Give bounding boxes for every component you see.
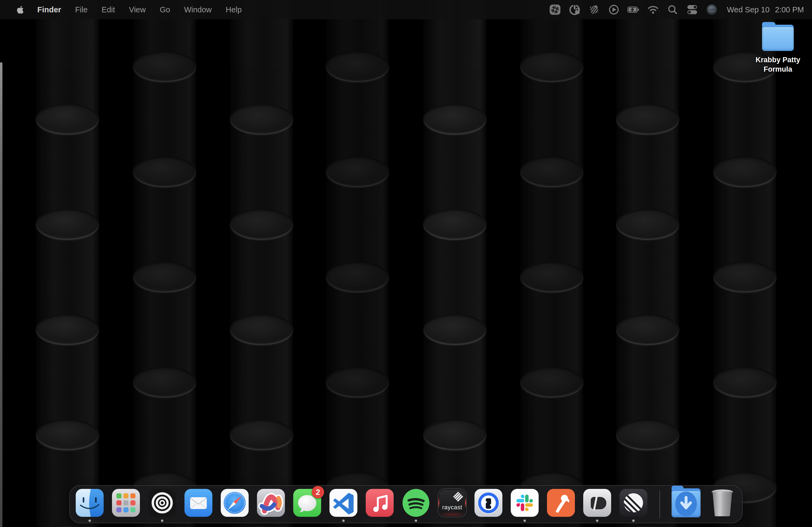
- wifi-icon[interactable]: [647, 3, 659, 16]
- dock-item-1password[interactable]: [474, 488, 503, 517]
- cylinder-cap: [520, 156, 583, 186]
- cylinder-cap: [713, 261, 776, 292]
- running-indicator-dot: [415, 520, 417, 522]
- dock-item-apple-music[interactable]: [365, 488, 394, 517]
- cylinder-cap: [36, 209, 99, 239]
- cylinder-cap: [423, 104, 486, 134]
- launchpad-icon: [112, 488, 141, 517]
- desktop-folder-krabby-patty-formula[interactable]: Krabby Patty Formula: [744, 25, 811, 74]
- running-indicator-dot: [524, 520, 526, 522]
- dock-item-downloads-folder[interactable]: [671, 488, 700, 517]
- wallpaper-edge-column: [0, 62, 2, 527]
- postman-icon: [547, 488, 576, 517]
- cylinder-cap: [520, 51, 583, 81]
- blue-folder-icon: [762, 25, 794, 51]
- cylinder-cap: [520, 261, 583, 292]
- menu-bar-status-area: Wed Sep 10 2:00 PM: [549, 3, 812, 16]
- running-indicator-dot: [161, 520, 163, 522]
- dock-item-trash[interactable]: [708, 488, 737, 517]
- dia-browser-icon: [583, 488, 612, 517]
- cylinder-cap: [423, 419, 486, 450]
- download-arrow-icon: [671, 490, 700, 518]
- menu-bar-left: Finder File Edit View Go Window Help: [0, 5, 249, 14]
- desktop-folder-label: Krabby Patty Formula: [744, 55, 811, 74]
- dock: 2raycast: [69, 485, 743, 523]
- downloads-folder-icon: [672, 491, 700, 515]
- password-manager-lock-icon[interactable]: [568, 3, 581, 16]
- menu-window[interactable]: Window: [177, 5, 219, 14]
- cylinder-cap: [713, 156, 776, 186]
- menu-go[interactable]: Go: [153, 5, 177, 14]
- dock-item-spotify[interactable]: [402, 488, 431, 517]
- control-center-icon[interactable]: [686, 3, 698, 16]
- finder-icon: [75, 488, 104, 517]
- wallpaper-cylinder-column: [230, 0, 293, 527]
- dock-item-linear[interactable]: [619, 488, 648, 517]
- cylinder-cap: [326, 156, 389, 186]
- target-circles-icon: [148, 488, 177, 517]
- running-indicator-dot: [342, 520, 345, 522]
- striped-display-icon[interactable]: [588, 3, 600, 16]
- menu-view[interactable]: View: [122, 5, 153, 14]
- dock-item-safari[interactable]: [220, 488, 249, 517]
- cylinder-cap: [230, 209, 293, 239]
- cylinder-cap: [326, 367, 389, 397]
- dock-item-mail[interactable]: [184, 488, 213, 517]
- cylinder-cap: [713, 367, 776, 397]
- dock-item-messages[interactable]: 2: [293, 488, 322, 517]
- cylinder-cap: [36, 419, 99, 450]
- raycast-logo-glyph: [453, 492, 463, 502]
- dock-item-slack[interactable]: [510, 488, 539, 517]
- wallpaper-cylinder-column: [133, 0, 196, 527]
- cylinder-cap: [326, 51, 389, 81]
- menu-help[interactable]: Help: [219, 5, 249, 14]
- battery-charging-icon[interactable]: [627, 3, 640, 16]
- dock-item-finder[interactable]: [75, 488, 104, 517]
- dock-item-raycast[interactable]: raycast: [438, 488, 467, 517]
- menu-edit[interactable]: Edit: [95, 5, 122, 14]
- dock-item-vscode[interactable]: [329, 488, 358, 517]
- cylinder-cap: [326, 261, 389, 292]
- dock-item-arc-browser[interactable]: [257, 488, 286, 517]
- notification-badge: 2: [312, 486, 324, 498]
- cylinder-cap: [133, 367, 196, 397]
- dock-separator: [659, 490, 660, 518]
- now-playing-icon[interactable]: [608, 3, 620, 16]
- cylinder-cap: [230, 104, 293, 134]
- profile-sphere-icon[interactable]: [706, 3, 718, 16]
- raycast-label: raycast: [438, 504, 467, 511]
- cylinder-cap: [616, 419, 679, 450]
- cylinder-cap: [423, 314, 486, 344]
- apple-logo-icon[interactable]: [10, 5, 30, 14]
- burst-app-icon[interactable]: [549, 3, 561, 16]
- spotlight-search-icon[interactable]: [666, 3, 679, 16]
- cylinder-cap: [616, 314, 679, 344]
- clock-time: 2:00 PM: [775, 5, 804, 14]
- clock-date: Wed Sep 10: [727, 5, 770, 14]
- safari-icon: [220, 488, 249, 517]
- trash-body: [712, 492, 733, 516]
- cylinder-cap: [616, 104, 679, 134]
- wallpaper-cylinder-column: [616, 0, 679, 527]
- mail-icon: [184, 488, 213, 517]
- wallpaper-cylinder-column: [423, 0, 486, 527]
- menu-finder[interactable]: Finder: [30, 5, 68, 14]
- cylinder-cap: [230, 314, 293, 344]
- dock-item-dia-browser[interactable]: [583, 488, 612, 517]
- wallpaper-cylinder-column: [713, 0, 776, 527]
- apple-music-icon: [365, 488, 394, 517]
- vscode-icon: [329, 488, 358, 517]
- cylinder-cap: [133, 261, 196, 292]
- dock-item-launchpad[interactable]: [112, 488, 141, 517]
- running-indicator-dot: [632, 520, 635, 522]
- running-indicator-dot: [596, 520, 598, 522]
- menu-bar: Finder File Edit View Go Window Help: [0, 0, 812, 19]
- running-indicator-dot: [89, 520, 91, 522]
- trash-icon: [708, 488, 737, 517]
- dock-item-postman[interactable]: [547, 488, 576, 517]
- cylinder-cap: [36, 314, 99, 344]
- menu-bar-clock[interactable]: Wed Sep 10 2:00 PM: [727, 5, 804, 14]
- dock-item-target-circles-app[interactable]: [148, 488, 177, 517]
- wallpaper-cylinder-column: [326, 0, 389, 527]
- menu-file[interactable]: File: [68, 5, 95, 14]
